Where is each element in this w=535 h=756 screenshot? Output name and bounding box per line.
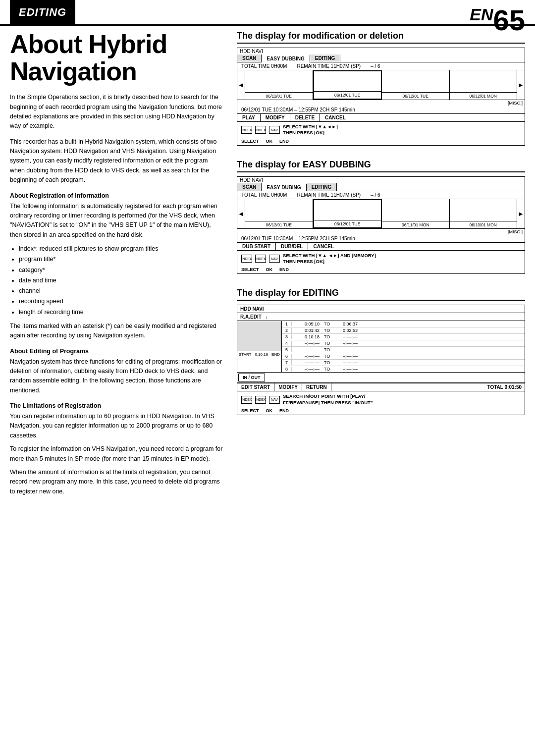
nav-icon: NAV — [269, 126, 280, 134]
section-registration-text: The following information is automatical… — [10, 202, 223, 240]
page-body: About Hybrid Navigation In the Simple Op… — [0, 26, 535, 510]
ra-row: 8 –:––:–– TO –:––:–– — [282, 366, 525, 372]
hdd-misc-dub: [MISC.] — [237, 229, 525, 235]
hdd-thumb-item[interactable]: 06/12/01 TUE — [313, 70, 382, 100]
hdd-thumb-item: 06/12/01 TUE — [245, 70, 313, 100]
page-number: EN65 — [470, 0, 525, 35]
hdd-arrow-left-mod[interactable]: ◄ — [237, 70, 245, 100]
total-label: TOTAL 0:01:50 — [484, 383, 525, 391]
list-item: length of recording time — [19, 307, 223, 318]
controls-text-edit: SEARCH IN/OUT POINT WITH [PLAY/FF/REW/PA… — [283, 393, 373, 406]
hdd-thumbnails-dub: ◄ 06/12/01 TUE 06/12/01 TUE 06/11/01 MON… — [237, 199, 525, 229]
hdd-controls-edit: INDEX INDEX NAV SEARCH IN/OUT POINT WITH… — [237, 391, 525, 408]
section-editing-text: Navigation system has three functions fo… — [10, 357, 223, 396]
section-editing: About Editing of Programs Navigation sys… — [10, 348, 223, 396]
registration-bullet-list: index*: reduced still pictures to show p… — [19, 244, 223, 318]
hdd-thumb-items-mod: 06/12/01 TUE 06/12/01 TUE 06/12/01 TUE 0… — [245, 70, 517, 100]
index2-icon-edit: INDEX — [255, 396, 266, 404]
hdd-thumb-item: 06/12/01 MON — [450, 70, 517, 100]
hdd-controls-mod: INDEX INDEX NAV SELECT WITH [▼▲◄►]THEN P… — [237, 122, 525, 138]
controls-labels-edit: SELECT OK END — [237, 408, 525, 415]
hdd-controls-dub: INDEX INDEX NAV SELECT WITH [▼▲ ◄►] AND … — [237, 251, 525, 267]
hdd-thumbnails-mod: ◄ 06/12/01 TUE 06/12/01 TUE 06/12/01 TUE… — [237, 70, 525, 100]
limitations-text-2: When the amount of information is at the… — [10, 468, 223, 496]
hdd-thumb-date: 06/12/01 TUE — [245, 221, 313, 228]
controls-text-mod: SELECT WITH [▼▲◄►]THEN PRESS [OK] — [283, 124, 338, 136]
hdd-arrow-right-mod[interactable]: ► — [517, 70, 525, 100]
hdd-thumb-date: 06/12/01 TUE — [382, 92, 449, 100]
ra-row: 5 –:––:–– TO –:––:–– — [282, 347, 525, 353]
hdd-misc-mod: [MISC.] — [237, 100, 525, 106]
ra-row: 2 0:01:42 TO 0:02:53 — [282, 327, 525, 334]
hdd-arrow-left-dub[interactable]: ◄ — [237, 199, 245, 228]
ra-row: 3 0:10:18 TO –:––:–– — [282, 334, 525, 340]
nav-icon-dub: NAV — [269, 255, 280, 263]
hdd-thumb-item: 06/12/01 TUE — [245, 199, 313, 228]
modify-button[interactable]: MODIFY — [261, 114, 290, 121]
controls-labels-mod: SELECT OK END — [237, 138, 525, 145]
section-heading-limitations: The Limitations of Registration — [10, 402, 223, 409]
start-time: 0:10:18 — [255, 352, 268, 357]
intro-paragraph-1: In the Simple Operations section, it is … — [10, 93, 223, 131]
dub-del-button[interactable]: DUB/DEL — [276, 243, 308, 250]
hdd-arrow-right-dub[interactable]: ► — [517, 199, 525, 228]
hdd-thumb-item: 06/12/01 TUE — [382, 70, 450, 100]
hdd-info-mod: 06/12/01 TUE 10:30AM – 12:55PM 2CH SP 14… — [237, 106, 525, 114]
ra-edit-buttons: EDIT START MODIFY RETURN TOTAL 0:01:50 — [237, 383, 525, 391]
index-icon-dub: INDEX — [241, 255, 252, 263]
modify-button-edit[interactable]: MODIFY — [274, 383, 302, 391]
hdd-navi-mod-box: HDD NAVI SCAN EASY DUBBING EDITING TOTAL… — [237, 48, 525, 146]
ra-edit-label: R.A.EDIT — [240, 314, 262, 320]
intro-paragraph-2: This recorder has a built-in Hybrid Navi… — [10, 137, 223, 185]
hdd-total-dub: TOTAL TIME 0H00M REMAIN TIME 11H07M (SP)… — [237, 191, 525, 199]
list-item: channel — [19, 286, 223, 296]
ra-edit-preview: START 0:10:18 END — [237, 321, 282, 372]
start-label: START — [239, 352, 251, 357]
in-out-button[interactable]: IN / OUT — [238, 374, 265, 381]
hdd-navi-dubbing-label: HDD NAVI — [237, 177, 525, 183]
hdd-thumb-item[interactable]: 06/12/01 TUE — [313, 199, 382, 228]
ra-edit-arrow: ↓ — [266, 314, 268, 320]
ra-row: 1 0:05:10 TO 0:06:37 — [282, 321, 525, 327]
hdd-tab-easydubbing-dub[interactable]: EASY DUBING — [262, 184, 306, 191]
cancel-button[interactable]: CANCEL — [320, 114, 351, 121]
edit-start-button[interactable]: EDIT START — [237, 383, 274, 391]
hdd-tab-editing-mod[interactable]: EDITING — [310, 54, 341, 62]
editing-label: EDITING — [10, 0, 75, 24]
hdd-thumb-item: 06/11/01 MON — [382, 199, 450, 228]
delete-button[interactable]: DELETE — [290, 114, 320, 121]
display-easy-dubbing-title: The display for EASY DUBBING — [237, 160, 525, 172]
hdd-buttons-mod: PLAY MODIFY DELETE CANCEL — [237, 114, 525, 122]
ra-row: 4 –:––:–– TO –:––:–– — [282, 340, 525, 347]
hdd-tab-editing-dub[interactable]: EDITING — [307, 183, 337, 191]
editing-header: HDD NAVI — [237, 305, 525, 313]
in-out-row: IN / OUT — [237, 372, 525, 383]
section-heading-editing: About Editing of Programs — [10, 348, 223, 355]
limitations-text-0: You can register information up to 60 pr… — [10, 412, 223, 440]
display-easy-dubbing-section: The display for EASY DUBBING HDD NAVI SC… — [237, 160, 525, 274]
list-item: date and time — [19, 275, 223, 286]
return-button[interactable]: RETURN — [302, 383, 331, 391]
hdd-tab-easydubbing-mod[interactable]: EASY DUBBING — [262, 55, 310, 62]
index-icon: INDEX — [241, 126, 252, 134]
main-title: About Hybrid Navigation — [10, 31, 223, 85]
play-button[interactable]: PLAY — [237, 114, 261, 121]
hdd-navi-mod-label: HDD NAVI — [237, 48, 525, 54]
hdd-tab-scan-mod[interactable]: SCAN — [237, 54, 262, 62]
display-modification-section: The display for modification or deletion… — [237, 31, 525, 146]
hdd-navi-dubbing-tabs: SCAN EASY DUBING EDITING — [237, 183, 525, 191]
hdd-thumb-item: 06/10/01 MON — [450, 199, 517, 228]
section-registration: About Registration of Information The fo… — [10, 192, 223, 341]
hdd-navi-mod-tabs: SCAN EASY DUBBING EDITING — [237, 54, 525, 62]
cancel-button-dub[interactable]: CANCEL — [308, 243, 339, 250]
ra-edit-body: START 0:10:18 END 1 0:05:10 TO 0:06:37 — [237, 321, 525, 372]
nav-icon-edit: NAV — [269, 396, 280, 404]
controls-labels-dub: SELECT OK END — [237, 267, 525, 273]
hdd-tab-scan-dub[interactable]: SCAN — [237, 183, 262, 191]
section-limitations: The Limitations of Registration You can … — [10, 402, 223, 496]
controls-text-dub: SELECT WITH [▼▲ ◄►] AND [MEMORY]THEN PRE… — [283, 253, 376, 265]
display-editing-title: The display for EDITING — [237, 288, 525, 301]
dub-start-button[interactable]: DUB START — [237, 243, 276, 250]
registration-after-bullets: The items marked with an asterisk (*) ca… — [10, 322, 223, 341]
hdd-label-editing: HDD NAVI — [240, 306, 264, 312]
